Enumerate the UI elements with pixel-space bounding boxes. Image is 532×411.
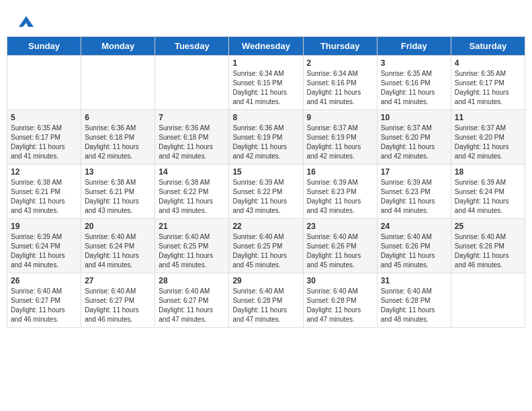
logo xyxy=(17,13,34,30)
day-info: Sunrise: 6:40 AM Sunset: 6:28 PM Dayligh… xyxy=(232,287,299,324)
calendar-cell: 2Sunrise: 6:34 AM Sunset: 6:16 PM Daylig… xyxy=(303,56,377,110)
calendar-cell: 6Sunrise: 6:36 AM Sunset: 6:18 PM Daylig… xyxy=(81,110,155,165)
calendar-cell: 3Sunrise: 6:35 AM Sunset: 6:16 PM Daylig… xyxy=(377,56,451,110)
day-info: Sunrise: 6:40 AM Sunset: 6:26 PM Dayligh… xyxy=(307,232,373,270)
calendar-cell: 16Sunrise: 6:39 AM Sunset: 6:23 PM Dayli… xyxy=(303,165,377,219)
calendar-cell: 9Sunrise: 6:37 AM Sunset: 6:19 PM Daylig… xyxy=(303,110,377,165)
day-info: Sunrise: 6:39 AM Sunset: 6:23 PM Dayligh… xyxy=(381,178,447,216)
calendar-cell: 7Sunrise: 6:36 AM Sunset: 6:18 PM Daylig… xyxy=(155,110,229,165)
day-info: Sunrise: 6:40 AM Sunset: 6:25 PM Dayligh… xyxy=(232,232,299,270)
day-number: 29 xyxy=(232,276,299,285)
day-info: Sunrise: 6:35 AM Sunset: 6:17 PM Dayligh… xyxy=(455,69,521,107)
calendar-cell xyxy=(155,56,229,110)
calendar-cell: 22Sunrise: 6:40 AM Sunset: 6:25 PM Dayli… xyxy=(229,219,303,273)
day-info: Sunrise: 6:40 AM Sunset: 6:28 PM Dayligh… xyxy=(307,287,373,324)
day-number: 8 xyxy=(232,113,299,122)
calendar-cell: 20Sunrise: 6:40 AM Sunset: 6:24 PM Dayli… xyxy=(81,219,155,273)
day-number: 10 xyxy=(381,113,447,122)
day-of-week-header: Thursday xyxy=(303,37,377,56)
day-info: Sunrise: 6:37 AM Sunset: 6:19 PM Dayligh… xyxy=(307,124,373,161)
calendar-cell: 12Sunrise: 6:38 AM Sunset: 6:21 PM Dayli… xyxy=(7,165,81,219)
day-number: 6 xyxy=(85,113,151,122)
day-of-week-header: Wednesday xyxy=(229,37,303,56)
calendar-cell: 27Sunrise: 6:40 AM Sunset: 6:27 PM Dayli… xyxy=(81,273,155,328)
day-number: 24 xyxy=(381,222,447,231)
calendar-cell: 15Sunrise: 6:39 AM Sunset: 6:22 PM Dayli… xyxy=(229,165,303,219)
day-number: 28 xyxy=(159,276,225,285)
day-number: 3 xyxy=(381,58,447,68)
calendar-cell: 24Sunrise: 6:40 AM Sunset: 6:26 PM Dayli… xyxy=(377,219,451,273)
calendar-week-row: 12Sunrise: 6:38 AM Sunset: 6:21 PM Dayli… xyxy=(7,165,525,219)
day-of-week-header: Saturday xyxy=(451,37,525,56)
calendar-cell: 26Sunrise: 6:40 AM Sunset: 6:27 PM Dayli… xyxy=(7,273,81,328)
day-number: 27 xyxy=(85,276,151,285)
logo-icon xyxy=(19,13,34,28)
day-number: 9 xyxy=(307,113,373,122)
day-info: Sunrise: 6:38 AM Sunset: 6:21 PM Dayligh… xyxy=(85,178,151,216)
day-number: 23 xyxy=(307,222,373,231)
calendar-cell: 23Sunrise: 6:40 AM Sunset: 6:26 PM Dayli… xyxy=(303,219,377,273)
day-of-week-header: Tuesday xyxy=(155,37,229,56)
day-number: 14 xyxy=(159,167,225,177)
day-info: Sunrise: 6:37 AM Sunset: 6:20 PM Dayligh… xyxy=(381,124,447,161)
calendar-cell: 17Sunrise: 6:39 AM Sunset: 6:23 PM Dayli… xyxy=(377,165,451,219)
day-info: Sunrise: 6:37 AM Sunset: 6:20 PM Dayligh… xyxy=(455,124,521,161)
calendar-cell: 25Sunrise: 6:40 AM Sunset: 6:26 PM Dayli… xyxy=(451,219,525,273)
calendar-cell: 21Sunrise: 6:40 AM Sunset: 6:25 PM Dayli… xyxy=(155,219,229,273)
day-number: 11 xyxy=(455,113,521,122)
day-info: Sunrise: 6:40 AM Sunset: 6:25 PM Dayligh… xyxy=(159,232,225,270)
calendar-cell: 4Sunrise: 6:35 AM Sunset: 6:17 PM Daylig… xyxy=(451,56,525,110)
day-info: Sunrise: 6:36 AM Sunset: 6:19 PM Dayligh… xyxy=(232,124,299,161)
day-of-week-header: Sunday xyxy=(7,37,81,56)
day-number: 4 xyxy=(455,58,521,68)
day-number: 31 xyxy=(381,276,447,285)
calendar-cell xyxy=(7,56,81,110)
calendar-cell: 19Sunrise: 6:39 AM Sunset: 6:24 PM Dayli… xyxy=(7,219,81,273)
calendar-week-row: 26Sunrise: 6:40 AM Sunset: 6:27 PM Dayli… xyxy=(7,273,525,328)
day-number: 20 xyxy=(85,222,151,231)
day-info: Sunrise: 6:40 AM Sunset: 6:24 PM Dayligh… xyxy=(85,232,151,270)
day-info: Sunrise: 6:38 AM Sunset: 6:21 PM Dayligh… xyxy=(11,178,77,216)
day-info: Sunrise: 6:39 AM Sunset: 6:22 PM Dayligh… xyxy=(232,178,299,216)
calendar-cell xyxy=(81,56,155,110)
day-number: 7 xyxy=(159,113,225,122)
day-info: Sunrise: 6:35 AM Sunset: 6:16 PM Dayligh… xyxy=(381,69,447,107)
calendar-cell xyxy=(451,273,525,328)
calendar-cell: 31Sunrise: 6:40 AM Sunset: 6:28 PM Dayli… xyxy=(377,273,451,328)
day-number: 16 xyxy=(307,167,373,177)
day-number: 26 xyxy=(11,276,77,285)
day-info: Sunrise: 6:34 AM Sunset: 6:15 PM Dayligh… xyxy=(232,69,299,107)
day-info: Sunrise: 6:36 AM Sunset: 6:18 PM Dayligh… xyxy=(85,124,151,161)
page-header xyxy=(7,7,525,33)
day-info: Sunrise: 6:39 AM Sunset: 6:24 PM Dayligh… xyxy=(455,178,521,216)
day-info: Sunrise: 6:40 AM Sunset: 6:26 PM Dayligh… xyxy=(455,232,521,270)
calendar-cell: 28Sunrise: 6:40 AM Sunset: 6:27 PM Dayli… xyxy=(155,273,229,328)
day-number: 1 xyxy=(232,58,299,68)
calendar-cell: 5Sunrise: 6:35 AM Sunset: 6:17 PM Daylig… xyxy=(7,110,81,165)
day-number: 15 xyxy=(232,167,299,177)
day-number: 2 xyxy=(307,58,373,68)
day-info: Sunrise: 6:34 AM Sunset: 6:16 PM Dayligh… xyxy=(307,69,373,107)
calendar-week-row: 5Sunrise: 6:35 AM Sunset: 6:17 PM Daylig… xyxy=(7,110,525,165)
day-info: Sunrise: 6:40 AM Sunset: 6:26 PM Dayligh… xyxy=(381,232,447,270)
calendar-week-row: 1Sunrise: 6:34 AM Sunset: 6:15 PM Daylig… xyxy=(7,56,525,110)
calendar-cell: 8Sunrise: 6:36 AM Sunset: 6:19 PM Daylig… xyxy=(229,110,303,165)
calendar-cell: 14Sunrise: 6:38 AM Sunset: 6:22 PM Dayli… xyxy=(155,165,229,219)
calendar-cell: 10Sunrise: 6:37 AM Sunset: 6:20 PM Dayli… xyxy=(377,110,451,165)
day-of-week-header: Monday xyxy=(81,37,155,56)
calendar-table: SundayMondayTuesdayWednesdayThursdayFrid… xyxy=(7,36,525,328)
day-number: 13 xyxy=(85,167,151,177)
day-number: 17 xyxy=(381,167,447,177)
day-number: 25 xyxy=(455,222,521,231)
calendar-cell: 11Sunrise: 6:37 AM Sunset: 6:20 PM Dayli… xyxy=(451,110,525,165)
day-info: Sunrise: 6:40 AM Sunset: 6:27 PM Dayligh… xyxy=(11,287,77,324)
day-number: 21 xyxy=(159,222,225,231)
day-number: 5 xyxy=(11,113,77,122)
day-number: 30 xyxy=(307,276,373,285)
day-info: Sunrise: 6:38 AM Sunset: 6:22 PM Dayligh… xyxy=(159,178,225,216)
calendar-cell: 18Sunrise: 6:39 AM Sunset: 6:24 PM Dayli… xyxy=(451,165,525,219)
calendar-cell: 29Sunrise: 6:40 AM Sunset: 6:28 PM Dayli… xyxy=(229,273,303,328)
day-number: 12 xyxy=(11,167,77,177)
day-number: 22 xyxy=(232,222,299,231)
day-info: Sunrise: 6:39 AM Sunset: 6:24 PM Dayligh… xyxy=(11,232,77,270)
